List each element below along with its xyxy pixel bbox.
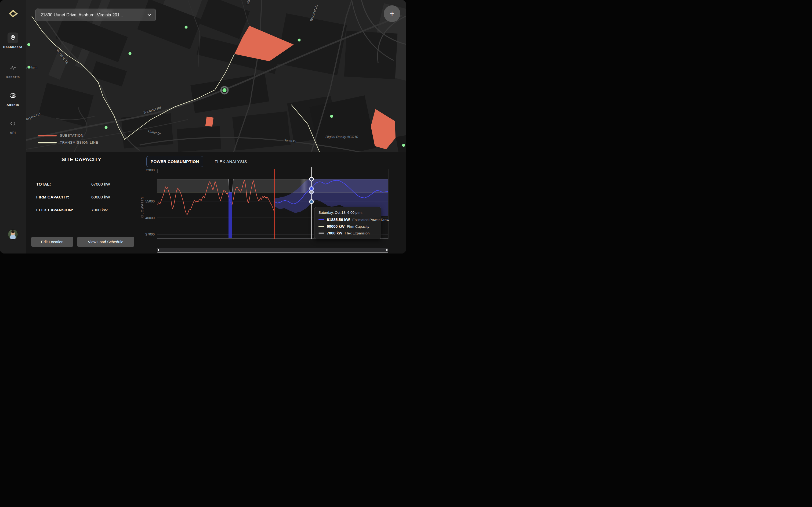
activity-pulse-icon <box>10 64 16 71</box>
capacity-row-flex: FLEX EXPANSION: 7000 kW <box>36 208 149 212</box>
tooltip-value: 61885.56 kW <box>327 218 350 222</box>
capacity-row-total: TOTAL: 67000 kW <box>36 182 149 187</box>
chart-tabs: POWER CONSUMPTION FLEX ANALYSIS <box>147 156 247 167</box>
tooltip-timestamp: Saturday, Oct 18, 6:00 p.m. <box>318 211 377 215</box>
capacity-row-firm: FIRM CAPACITY: 60000 kW <box>36 195 149 200</box>
location-pin-icon <box>10 35 16 41</box>
transmission-label: TRANSMISSION LINE <box>60 141 98 145</box>
api-tile <box>7 118 18 129</box>
chart-time-scrollbar[interactable] <box>157 248 388 253</box>
transmission-swatch <box>38 142 57 144</box>
site-capacity-title: SITE CAPACITY <box>61 157 101 163</box>
edit-location-button[interactable]: Edit Location <box>31 237 73 247</box>
sidebar-item-agents[interactable]: Agents <box>0 90 26 106</box>
tooltip-value: 7000 kW <box>327 231 342 235</box>
tooltip-label: Flex Expansion <box>345 231 369 235</box>
legend-row-transmission: TRANSMISSION LINE <box>38 141 98 145</box>
estimated-draw-swatch <box>318 219 325 220</box>
substation-swatch <box>38 135 57 136</box>
row-label: FLEX EXPANSION: <box>36 208 91 212</box>
row-label: FIRM CAPACITY: <box>36 195 91 200</box>
tooltip-row-flex: 7000 kW Flex Expansion <box>318 231 377 235</box>
legend-row-substation: SUBSTATION <box>38 134 98 137</box>
tab-divider <box>199 167 388 167</box>
row-label: TOTAL: <box>36 182 91 187</box>
row-value: 7000 kW <box>91 208 108 212</box>
app-window: Ashburn Technology Park Red Rum Dr Waxpo… <box>0 0 406 253</box>
reports-tile <box>7 62 18 73</box>
tooltip-row-estimated: 61885.56 kW Estimated Power Draw <box>318 218 377 222</box>
svg-text:46000: 46000 <box>145 216 155 220</box>
chart-tooltip: Saturday, Oct 18, 6:00 p.m. 61885.56 kW … <box>314 207 381 239</box>
sidebar-item-api[interactable]: API <box>0 118 26 134</box>
tooltip-label: Firm Capacity <box>347 225 369 229</box>
dashboard-tile <box>7 33 18 43</box>
map-canvas[interactable]: Ashburn Technology Park Red Rum Dr Waxpo… <box>26 0 406 152</box>
svg-text:KILOWATTS: KILOWATTS <box>140 196 144 218</box>
poi-label-digital-realty: Digital Realty ACC10 <box>326 135 358 139</box>
svg-text:55000: 55000 <box>145 200 155 203</box>
tooltip-row-firm: 60000 kW Firm Capacity <box>318 224 377 229</box>
poi-label-ashburn-partial: ga. Ashburn <box>26 66 37 69</box>
row-value: 60000 kW <box>91 195 110 200</box>
sidebar-item-reports[interactable]: Reports <box>0 62 26 78</box>
bottom-panel: 72000550004600037000KILOWATTS SITE CAPAC… <box>26 152 406 253</box>
svg-text:72000: 72000 <box>145 168 155 172</box>
sidebar-item-label: API <box>0 131 26 134</box>
row-value: 67000 kW <box>91 182 110 187</box>
svg-text:37000: 37000 <box>145 233 155 236</box>
tooltip-value: 60000 kW <box>327 224 345 229</box>
scrollbar-left-handle[interactable] <box>158 249 159 251</box>
plus-icon: + <box>390 9 395 18</box>
flex-expansion-swatch <box>318 233 325 234</box>
chevron-down-icon <box>148 14 151 16</box>
app-logo[interactable] <box>8 7 19 18</box>
user-avatar[interactable] <box>8 229 18 239</box>
address-dropdown-value: 21890 Uunet Drive, Ashburn, Virginia 201… <box>41 13 148 17</box>
tooltip-label: Estimated Power Draw <box>352 218 389 222</box>
tab-power-consumption[interactable]: POWER CONSUMPTION <box>147 156 203 167</box>
view-load-schedule-button[interactable]: View Load Schedule <box>77 237 134 247</box>
substation-label: SUBSTATION <box>60 134 83 137</box>
sidebar-item-label: Agents <box>0 103 26 106</box>
firm-capacity-swatch <box>318 226 325 227</box>
scrollbar-right-handle[interactable] <box>387 249 388 251</box>
tab-flex-analysis[interactable]: FLEX ANALYSIS <box>215 159 247 164</box>
add-site-button[interactable]: + <box>384 5 400 22</box>
address-dropdown[interactable]: 21890 Uunet Drive, Ashburn, Virginia 201… <box>36 9 156 21</box>
sidebar: Dashboard Reports Agents <box>0 0 26 253</box>
sidebar-item-dashboard[interactable]: Dashboard <box>0 33 26 49</box>
sidebar-item-label: Dashboard <box>0 45 26 49</box>
code-brackets-icon <box>10 120 16 127</box>
cpu-chip-icon <box>10 92 16 99</box>
map-legend: SUBSTATION TRANSMISSION LINE <box>38 134 98 145</box>
sidebar-item-label: Reports <box>0 75 26 78</box>
map-region: Ashburn Technology Park Red Rum Dr Waxpo… <box>26 0 406 152</box>
agents-tile <box>7 90 18 101</box>
